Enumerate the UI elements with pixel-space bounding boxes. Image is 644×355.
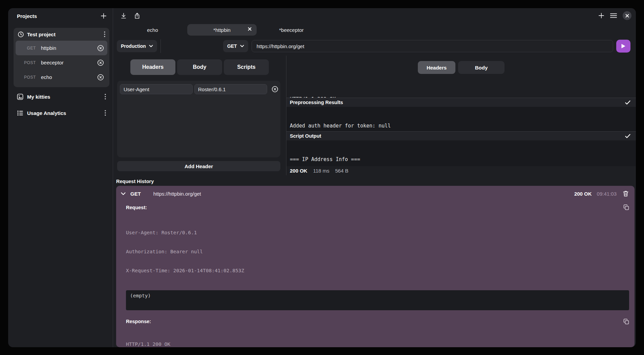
export-button[interactable]: [134, 13, 140, 19]
topbar: [113, 8, 636, 23]
collection-menu-button[interactable]: [104, 93, 107, 100]
add-header-button[interactable]: Add Header: [117, 161, 280, 171]
method-dropdown[interactable]: GET: [223, 40, 248, 52]
close-icon: [625, 14, 629, 18]
tab-httpbin[interactable]: *httpbin: [187, 24, 257, 36]
sidebar-item-echo[interactable]: POST echo: [16, 70, 107, 84]
trash-icon: [623, 191, 628, 197]
copy-response-button[interactable]: [623, 319, 629, 324]
history-request-headers: User-Agent: Roster/0.6.1 Authorization: …: [126, 217, 629, 287]
request-name: httpbin: [41, 45, 56, 51]
header-key-input[interactable]: [120, 84, 193, 94]
environment-dropdown[interactable]: Production: [117, 40, 157, 52]
clock-icon: [18, 31, 24, 38]
sidebar-item-httpbin[interactable]: GET httpbin: [16, 41, 107, 55]
header-value-input[interactable]: [194, 84, 267, 94]
download-icon: [121, 13, 127, 19]
image-icon: [17, 94, 23, 100]
circle-x-icon: [97, 74, 104, 81]
check-icon: [625, 134, 630, 138]
history-status: 200 OK: [574, 191, 592, 197]
tab-response-headers[interactable]: Headers: [418, 61, 455, 74]
sidebar-item-usage-analytics[interactable]: Usage Analytics: [8, 106, 113, 120]
hamburger-icon: [610, 13, 617, 18]
collection-menu-button[interactable]: [104, 109, 107, 117]
history-request-body: (empty): [126, 290, 629, 310]
tab-request-headers[interactable]: Headers: [130, 59, 175, 75]
tab-beeceptor[interactable]: *beeceptor: [257, 24, 326, 36]
collection-name: My kitties: [27, 94, 50, 100]
request-method-tag: POST: [16, 60, 36, 65]
sidebar-title: Projects: [17, 13, 37, 19]
headers-editor: [117, 81, 280, 157]
remove-request-button[interactable]: [97, 59, 104, 66]
divider: [160, 39, 161, 53]
history-entry-header[interactable]: GET https://httpbin.org/get 200 OK 09:41…: [116, 186, 635, 201]
request-label: Request:: [126, 205, 147, 210]
tab-label: *beeceptor: [279, 27, 304, 33]
add-project-button[interactable]: [101, 13, 107, 19]
preprocessing-section-header: Preprocessing Results: [286, 98, 636, 107]
history-entry: GET https://httpbin.org/get 200 OK 09:41…: [116, 186, 635, 347]
collection-name: Usage Analytics: [27, 110, 66, 116]
header-row: [120, 84, 278, 94]
history-method: GET: [130, 191, 141, 197]
request-method-tag: GET: [16, 46, 36, 51]
menu-button[interactable]: [610, 13, 617, 18]
kebab-icon: [104, 31, 105, 37]
delete-history-button[interactable]: [623, 191, 628, 197]
circle-x-icon: [97, 59, 104, 66]
request-name: echo: [41, 74, 52, 80]
new-tab-button[interactable]: [598, 13, 604, 19]
tab-request-scripts[interactable]: Scripts: [224, 59, 269, 75]
header-line: X-Request-Time: 2026-01-14T08:41:02.853Z: [126, 268, 629, 274]
kebab-icon: [105, 94, 106, 100]
tab-response-body[interactable]: Body: [458, 61, 505, 74]
sidebar-item-my-kitties[interactable]: My kitties: [8, 90, 113, 103]
tab-strip: echo *httpbin *beeceptor: [113, 23, 636, 37]
copy-icon: [623, 319, 629, 324]
remove-request-button[interactable]: [97, 45, 104, 52]
tab-label: echo: [147, 27, 158, 33]
project-menu-button[interactable]: [103, 31, 106, 38]
tab-close-button[interactable]: [248, 27, 252, 31]
chevron-down-icon: [149, 45, 153, 47]
section-title: Preprocessing Results: [290, 100, 343, 105]
workspace: Headers Body Scripts Add Header: [113, 56, 636, 175]
header-line: HTTP/1.1 200 OK: [126, 341, 629, 347]
remove-request-button[interactable]: [97, 74, 104, 81]
section-title: Script Output: [290, 133, 321, 139]
sidebar-item-beeceptor[interactable]: POST beeceptor: [16, 55, 107, 70]
plus-icon: [598, 13, 604, 19]
import-button[interactable]: [121, 13, 127, 19]
preprocessing-output: Added auth header for token: null --- Re…: [286, 107, 636, 131]
plus-icon: [101, 13, 107, 19]
window-close-button[interactable]: [623, 11, 631, 20]
tab-request-body[interactable]: Body: [177, 59, 222, 75]
request-method-tag: POST: [16, 75, 36, 80]
app-window: Projects Test project GET httpbin: [8, 8, 636, 347]
project-group-header[interactable]: Test project: [14, 28, 109, 41]
response-panel: Headers Body HTTP/1.1 200 OK Date: Wed, …: [286, 56, 636, 175]
send-request-button[interactable]: [616, 40, 630, 53]
project-name: Test project: [27, 32, 56, 37]
header-line: User-Agent: Roster/0.6.1: [126, 230, 629, 236]
main-area: echo *httpbin *beeceptor Production GET: [113, 8, 636, 347]
tab-label: *httpbin: [213, 27, 231, 33]
chevron-down-icon[interactable]: [121, 192, 126, 195]
method-label: GET: [227, 43, 237, 49]
request-history-section: Request History GET https://httpbin.org/…: [113, 175, 636, 347]
remove-header-button[interactable]: [272, 86, 278, 93]
copy-request-button[interactable]: [623, 204, 629, 210]
share-icon: [134, 13, 140, 19]
url-input[interactable]: [252, 40, 613, 52]
project-group: Test project GET httpbin POST beeceptor: [14, 28, 109, 87]
history-time: 09:41:03: [597, 191, 617, 197]
header-line: Authorization: Bearer null: [126, 249, 629, 255]
tab-echo[interactable]: echo: [118, 24, 187, 36]
request-name: beeceptor: [41, 60, 64, 65]
kebab-icon: [105, 110, 106, 116]
request-bar: Production GET: [113, 37, 636, 56]
history-entry-body: Request: User-Agent: Roster/0.6.1 Author…: [116, 201, 635, 347]
script-output: === IP Address Info === IP: 195.146.105.…: [286, 140, 636, 166]
